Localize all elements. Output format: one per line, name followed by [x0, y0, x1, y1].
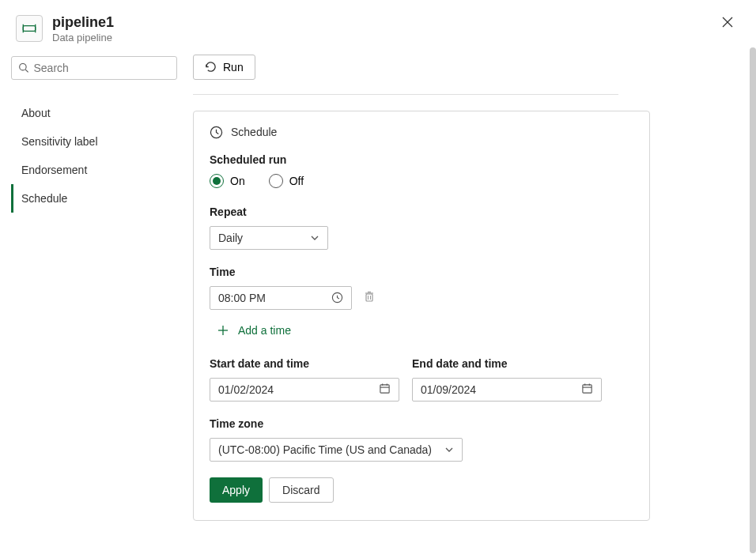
nav-schedule[interactable]: Schedule	[11, 184, 177, 213]
add-time-label: Add a time	[238, 324, 291, 337]
nav-sensitivity[interactable]: Sensitivity label	[11, 127, 177, 156]
calendar-icon	[379, 383, 391, 397]
schedule-card: Schedule Scheduled run On Off Repeat Dai…	[193, 111, 650, 521]
svg-rect-9	[366, 294, 372, 301]
plus-icon	[217, 325, 229, 336]
start-date-input[interactable]: 01/02/2024	[210, 378, 399, 402]
timezone-label: Time zone	[210, 417, 633, 430]
trash-icon	[363, 290, 376, 303]
panel-header: pipeline1 Data pipeline	[0, 0, 756, 51]
discard-button[interactable]: Discard	[269, 477, 333, 503]
end-date-label: End date and time	[412, 357, 602, 370]
end-date-value: 01/09/2024	[421, 383, 476, 396]
radio-on[interactable]: On	[210, 174, 245, 188]
svg-line-6	[25, 70, 28, 72]
radio-off[interactable]: Off	[269, 174, 304, 188]
refresh-icon	[205, 61, 217, 73]
radio-off-circle	[269, 174, 283, 188]
search-icon	[18, 62, 28, 74]
calendar-icon	[581, 383, 593, 397]
add-time-button[interactable]: Add a time	[210, 319, 299, 341]
end-date-input[interactable]: 01/09/2024	[412, 378, 602, 402]
main-content: Run Schedule Scheduled run On Off Re	[177, 51, 745, 521]
run-label: Run	[223, 61, 244, 74]
start-date-label: Start date and time	[210, 357, 399, 370]
time-input[interactable]: 08:00 PM	[210, 286, 352, 310]
run-button[interactable]: Run	[193, 55, 255, 80]
radio-on-circle	[210, 174, 224, 188]
svg-point-5	[20, 64, 26, 70]
nav-about[interactable]: About	[11, 99, 177, 127]
apply-button[interactable]: Apply	[210, 477, 263, 503]
svg-rect-16	[380, 384, 389, 392]
svg-rect-20	[583, 384, 592, 392]
close-icon[interactable]	[721, 16, 734, 28]
repeat-label: Repeat	[210, 205, 633, 218]
delete-time-button[interactable]	[363, 290, 376, 306]
pipeline-icon	[16, 15, 43, 42]
start-date-value: 01/02/2024	[218, 383, 274, 396]
timezone-select[interactable]: (UTC-08:00) Pacific Time (US and Canada)	[210, 438, 463, 462]
sidebar: About Sensitivity label Endorsement Sche…	[11, 51, 177, 521]
radio-on-label: On	[230, 175, 245, 187]
time-value: 08:00 PM	[218, 292, 266, 304]
search-field[interactable]	[33, 62, 170, 74]
repeat-value: Daily	[218, 232, 243, 244]
chevron-down-icon	[310, 233, 319, 243]
clock-icon	[210, 126, 223, 139]
clock-icon	[331, 292, 343, 304]
radio-off-label: Off	[289, 175, 304, 187]
scheduled-run-label: Scheduled run	[210, 153, 633, 166]
page-subtitle: Data pipeline	[52, 32, 114, 43]
time-label: Time	[210, 266, 633, 278]
svg-rect-0	[23, 26, 35, 32]
scrollbar[interactable]	[750, 47, 756, 553]
search-input[interactable]	[11, 56, 177, 80]
timezone-value: (UTC-08:00) Pacific Time (US and Canada)	[218, 443, 432, 456]
chevron-down-icon	[444, 445, 454, 454]
nav-endorsement[interactable]: Endorsement	[11, 156, 177, 184]
page-title: pipeline1	[52, 14, 114, 32]
repeat-select[interactable]: Daily	[210, 226, 328, 250]
card-title: Schedule	[231, 126, 277, 138]
